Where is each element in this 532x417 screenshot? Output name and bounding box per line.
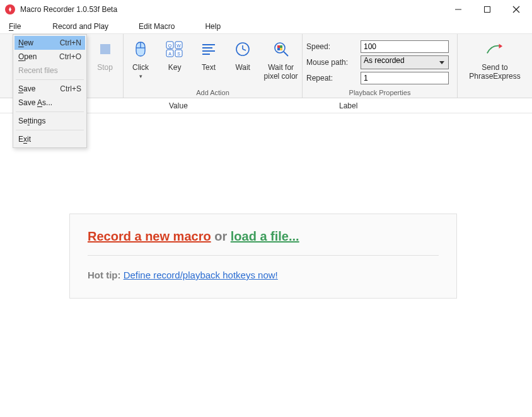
- svg-rect-25: [280, 45, 282, 48]
- menu-help[interactable]: Help: [190, 19, 236, 33]
- add-action-group-label: Add Action: [127, 88, 298, 96]
- file-menu-exit[interactable]: Exit: [14, 132, 85, 146]
- menu-separator: [16, 79, 84, 80]
- svg-text:W: W: [176, 43, 181, 48]
- menu-bar: File Record and Play Edit Macro Help: [0, 19, 532, 34]
- menu-record-play[interactable]: Record and Play: [30, 19, 124, 33]
- stop-button[interactable]: Stop: [91, 37, 119, 72]
- repeat-label: Repeat:: [306, 74, 357, 83]
- click-button[interactable]: Click ▾: [127, 37, 154, 79]
- title-bar: Macro Recorder 1.0.53f Beta: [0, 0, 532, 19]
- menu-edit-macro[interactable]: Edit Macro: [124, 19, 190, 33]
- file-menu-open[interactable]: Open Ctrl+O: [14, 50, 85, 64]
- svg-line-21: [243, 49, 246, 50]
- menu-file[interactable]: File: [0, 19, 30, 33]
- mouse-icon: [132, 40, 149, 58]
- mousepath-select[interactable]: As recorded: [361, 55, 449, 69]
- file-menu-new[interactable]: New Ctrl+N: [14, 36, 85, 50]
- send-phraseexpress-button[interactable]: Send to PhraseExpress: [466, 37, 523, 81]
- file-menu-save[interactable]: Save Ctrl+S: [14, 82, 85, 96]
- magnifier-color-icon: [272, 40, 290, 58]
- mousepath-label: Mouse path:: [306, 58, 357, 67]
- playback-group-label: Playback Properties: [306, 88, 453, 96]
- clock-icon: [234, 40, 252, 58]
- welcome-headline: Record a new macro or load a file...: [88, 229, 439, 256]
- svg-line-23: [284, 52, 288, 56]
- file-menu-settings[interactable]: Settings: [14, 114, 85, 128]
- svg-rect-26: [277, 48, 280, 50]
- chevron-down-icon: ▾: [139, 73, 142, 79]
- welcome-card: Record a new macro or load a file... Hot…: [69, 214, 457, 299]
- file-menu-dropdown: New Ctrl+N Open Ctrl+O Recent files Save…: [13, 34, 87, 148]
- wait-button[interactable]: Wait: [229, 37, 256, 72]
- minimize-button[interactable]: [444, 0, 473, 19]
- content-area: Record a new macro or load a file... Hot…: [0, 113, 532, 417]
- load-file-link[interactable]: load a file...: [231, 229, 299, 243]
- svg-rect-27: [280, 48, 282, 50]
- arrow-swoosh-icon: [486, 40, 504, 58]
- close-button[interactable]: [502, 0, 531, 19]
- ribbon-group-playback: Speed: Mouse path: As recorded Repeat: P…: [303, 34, 458, 98]
- column-value[interactable]: Value: [169, 101, 339, 110]
- menu-separator: [16, 111, 84, 112]
- welcome-tip: Hot tip: Define record/playback hotkeys …: [88, 270, 439, 280]
- menu-separator: [16, 130, 84, 130]
- maximize-button[interactable]: [473, 0, 502, 19]
- window-controls: [444, 0, 531, 19]
- window-title: Macro Recorder 1.0.53f Beta: [20, 5, 444, 14]
- ribbon-group-phraseexpress: Send to PhraseExpress: [458, 34, 532, 98]
- wait-pixel-button[interactable]: Wait for pixel color: [263, 37, 298, 81]
- ribbon-group-stop: Stop: [87, 34, 124, 98]
- speed-label: Speed:: [306, 42, 357, 51]
- svg-rect-1: [485, 7, 490, 13]
- speed-input[interactable]: [361, 40, 449, 53]
- svg-text:Q: Q: [168, 43, 172, 49]
- hot-tip-label: Hot tip:: [88, 270, 120, 280]
- file-menu-save-as[interactable]: Save As...: [14, 96, 85, 110]
- text-button[interactable]: Text: [195, 37, 222, 72]
- key-button[interactable]: Q W A S Key: [161, 37, 188, 72]
- ribbon-group-add-action: Click ▾ Q W A S Key: [124, 34, 303, 98]
- app-icon: [5, 4, 15, 14]
- repeat-input[interactable]: [361, 72, 449, 84]
- svg-rect-4: [100, 44, 110, 54]
- define-hotkeys-link[interactable]: Define record/playback hotkeys now!: [124, 270, 278, 280]
- text-lines-icon: [200, 40, 217, 58]
- keyboard-keys-icon: Q W A S: [166, 40, 183, 58]
- svg-text:A: A: [168, 52, 171, 56]
- svg-text:S: S: [177, 52, 180, 56]
- svg-rect-24: [277, 45, 280, 48]
- file-menu-recent: Recent files: [14, 64, 85, 77]
- column-label[interactable]: Label: [339, 101, 357, 110]
- stop-icon: [96, 40, 114, 58]
- record-macro-link[interactable]: Record a new macro: [88, 229, 211, 243]
